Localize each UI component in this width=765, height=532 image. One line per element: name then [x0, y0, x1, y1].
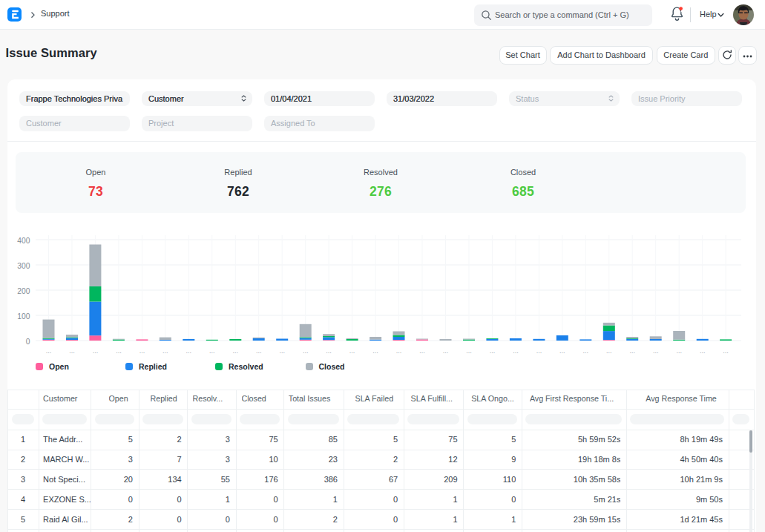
svg-text:...: ... — [303, 347, 309, 355]
svg-text:...: ... — [653, 347, 659, 355]
svg-text:...: ... — [513, 347, 519, 355]
svg-text:...: ... — [606, 347, 612, 355]
svg-text:...: ... — [700, 347, 706, 355]
svg-text:...: ... — [46, 347, 52, 355]
svg-text:...: ... — [723, 347, 729, 355]
svg-text:200: 200 — [17, 287, 30, 295]
svg-text:...: ... — [676, 347, 682, 355]
svg-text:...: ... — [629, 347, 635, 355]
svg-text:...: ... — [326, 347, 332, 355]
svg-text:...: ... — [419, 347, 425, 355]
svg-text:...: ... — [139, 347, 145, 355]
svg-text:0: 0 — [26, 338, 30, 346]
svg-text:...: ... — [233, 347, 239, 355]
svg-text:...: ... — [93, 347, 99, 355]
svg-text:...: ... — [116, 347, 122, 355]
svg-text:...: ... — [279, 347, 285, 355]
svg-text:...: ... — [443, 347, 449, 355]
svg-text:300: 300 — [17, 262, 30, 270]
svg-text:...: ... — [256, 347, 262, 355]
svg-text:...: ... — [536, 347, 542, 355]
svg-text:400: 400 — [17, 237, 30, 245]
svg-text:...: ... — [490, 347, 496, 355]
svg-text:...: ... — [466, 347, 472, 355]
svg-text:...: ... — [372, 347, 378, 355]
svg-text:100: 100 — [17, 312, 30, 321]
svg-text:...: ... — [583, 347, 589, 355]
svg-text:...: ... — [162, 347, 168, 355]
svg-text:...: ... — [186, 347, 192, 355]
svg-text:...: ... — [69, 347, 75, 355]
svg-text:...: ... — [396, 347, 402, 355]
svg-text:...: ... — [209, 347, 215, 355]
svg-text:...: ... — [349, 347, 355, 355]
svg-text:...: ... — [559, 347, 565, 355]
